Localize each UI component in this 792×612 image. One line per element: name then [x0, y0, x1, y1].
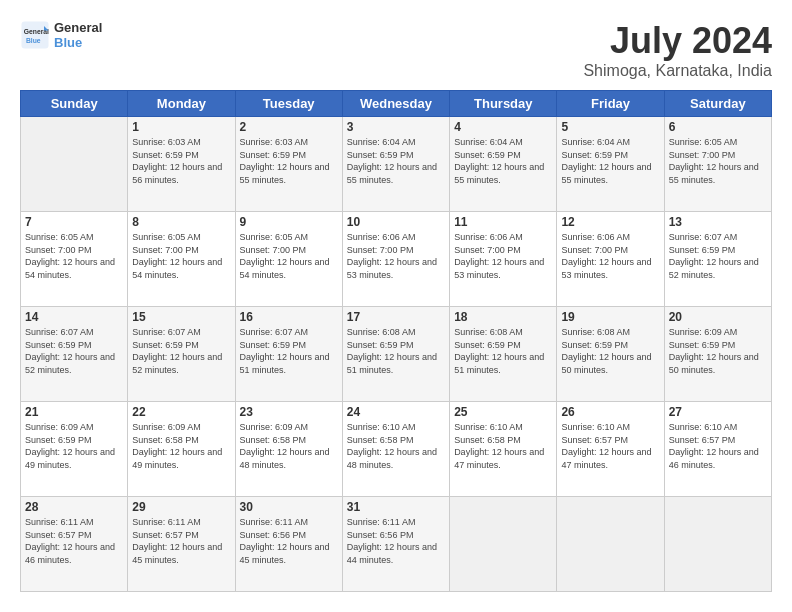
- table-row: 26Sunrise: 6:10 AMSunset: 6:57 PMDayligh…: [557, 402, 664, 497]
- day-info: Sunrise: 6:07 AMSunset: 6:59 PMDaylight:…: [25, 326, 123, 376]
- table-row: 27Sunrise: 6:10 AMSunset: 6:57 PMDayligh…: [664, 402, 771, 497]
- logo-line1: General: [54, 20, 102, 35]
- day-number: 30: [240, 500, 338, 514]
- day-number: 6: [669, 120, 767, 134]
- day-info: Sunrise: 6:03 AMSunset: 6:59 PMDaylight:…: [132, 136, 230, 186]
- col-sunday: Sunday: [21, 91, 128, 117]
- logo: General Blue General Blue: [20, 20, 102, 50]
- header: General Blue General Blue July 2024 Shim…: [20, 20, 772, 80]
- day-number: 15: [132, 310, 230, 324]
- table-row: 22Sunrise: 6:09 AMSunset: 6:58 PMDayligh…: [128, 402, 235, 497]
- table-row: [664, 497, 771, 592]
- day-info: Sunrise: 6:04 AMSunset: 6:59 PMDaylight:…: [454, 136, 552, 186]
- day-info: Sunrise: 6:09 AMSunset: 6:59 PMDaylight:…: [25, 421, 123, 471]
- day-number: 16: [240, 310, 338, 324]
- day-number: 20: [669, 310, 767, 324]
- day-info: Sunrise: 6:07 AMSunset: 6:59 PMDaylight:…: [669, 231, 767, 281]
- day-info: Sunrise: 6:09 AMSunset: 6:59 PMDaylight:…: [669, 326, 767, 376]
- table-row: [21, 117, 128, 212]
- table-row: 13Sunrise: 6:07 AMSunset: 6:59 PMDayligh…: [664, 212, 771, 307]
- col-thursday: Thursday: [450, 91, 557, 117]
- week-row-1: 1Sunrise: 6:03 AMSunset: 6:59 PMDaylight…: [21, 117, 772, 212]
- day-info: Sunrise: 6:10 AMSunset: 6:57 PMDaylight:…: [561, 421, 659, 471]
- table-row: 1Sunrise: 6:03 AMSunset: 6:59 PMDaylight…: [128, 117, 235, 212]
- day-number: 9: [240, 215, 338, 229]
- day-number: 27: [669, 405, 767, 419]
- table-row: [450, 497, 557, 592]
- day-info: Sunrise: 6:06 AMSunset: 7:00 PMDaylight:…: [347, 231, 445, 281]
- table-row: 20Sunrise: 6:09 AMSunset: 6:59 PMDayligh…: [664, 307, 771, 402]
- col-friday: Friday: [557, 91, 664, 117]
- day-info: Sunrise: 6:09 AMSunset: 6:58 PMDaylight:…: [240, 421, 338, 471]
- table-row: 11Sunrise: 6:06 AMSunset: 7:00 PMDayligh…: [450, 212, 557, 307]
- table-row: 23Sunrise: 6:09 AMSunset: 6:58 PMDayligh…: [235, 402, 342, 497]
- day-number: 18: [454, 310, 552, 324]
- day-info: Sunrise: 6:03 AMSunset: 6:59 PMDaylight:…: [240, 136, 338, 186]
- table-row: 31Sunrise: 6:11 AMSunset: 6:56 PMDayligh…: [342, 497, 449, 592]
- table-row: 30Sunrise: 6:11 AMSunset: 6:56 PMDayligh…: [235, 497, 342, 592]
- day-info: Sunrise: 6:05 AMSunset: 7:00 PMDaylight:…: [132, 231, 230, 281]
- day-number: 7: [25, 215, 123, 229]
- day-number: 11: [454, 215, 552, 229]
- main-title: July 2024: [583, 20, 772, 62]
- table-row: 6Sunrise: 6:05 AMSunset: 7:00 PMDaylight…: [664, 117, 771, 212]
- day-info: Sunrise: 6:11 AMSunset: 6:56 PMDaylight:…: [347, 516, 445, 566]
- day-info: Sunrise: 6:11 AMSunset: 6:56 PMDaylight:…: [240, 516, 338, 566]
- table-row: 24Sunrise: 6:10 AMSunset: 6:58 PMDayligh…: [342, 402, 449, 497]
- day-info: Sunrise: 6:08 AMSunset: 6:59 PMDaylight:…: [454, 326, 552, 376]
- table-row: 25Sunrise: 6:10 AMSunset: 6:58 PMDayligh…: [450, 402, 557, 497]
- table-row: 2Sunrise: 6:03 AMSunset: 6:59 PMDaylight…: [235, 117, 342, 212]
- table-row: 9Sunrise: 6:05 AMSunset: 7:00 PMDaylight…: [235, 212, 342, 307]
- table-row: 15Sunrise: 6:07 AMSunset: 6:59 PMDayligh…: [128, 307, 235, 402]
- table-row: 8Sunrise: 6:05 AMSunset: 7:00 PMDaylight…: [128, 212, 235, 307]
- table-row: 21Sunrise: 6:09 AMSunset: 6:59 PMDayligh…: [21, 402, 128, 497]
- day-number: 5: [561, 120, 659, 134]
- day-number: 2: [240, 120, 338, 134]
- table-row: 4Sunrise: 6:04 AMSunset: 6:59 PMDaylight…: [450, 117, 557, 212]
- day-info: Sunrise: 6:04 AMSunset: 6:59 PMDaylight:…: [561, 136, 659, 186]
- day-info: Sunrise: 6:07 AMSunset: 6:59 PMDaylight:…: [240, 326, 338, 376]
- day-number: 3: [347, 120, 445, 134]
- day-number: 10: [347, 215, 445, 229]
- col-wednesday: Wednesday: [342, 91, 449, 117]
- page: General Blue General Blue July 2024 Shim…: [0, 0, 792, 612]
- day-number: 24: [347, 405, 445, 419]
- table-row: 12Sunrise: 6:06 AMSunset: 7:00 PMDayligh…: [557, 212, 664, 307]
- day-number: 21: [25, 405, 123, 419]
- day-number: 8: [132, 215, 230, 229]
- day-number: 28: [25, 500, 123, 514]
- day-info: Sunrise: 6:11 AMSunset: 6:57 PMDaylight:…: [25, 516, 123, 566]
- day-info: Sunrise: 6:11 AMSunset: 6:57 PMDaylight:…: [132, 516, 230, 566]
- svg-rect-0: [22, 22, 49, 49]
- table-row: 10Sunrise: 6:06 AMSunset: 7:00 PMDayligh…: [342, 212, 449, 307]
- table-row: 17Sunrise: 6:08 AMSunset: 6:59 PMDayligh…: [342, 307, 449, 402]
- day-number: 19: [561, 310, 659, 324]
- day-info: Sunrise: 6:08 AMSunset: 6:59 PMDaylight:…: [347, 326, 445, 376]
- day-info: Sunrise: 6:05 AMSunset: 7:00 PMDaylight:…: [25, 231, 123, 281]
- day-number: 4: [454, 120, 552, 134]
- col-saturday: Saturday: [664, 91, 771, 117]
- col-tuesday: Tuesday: [235, 91, 342, 117]
- week-row-3: 14Sunrise: 6:07 AMSunset: 6:59 PMDayligh…: [21, 307, 772, 402]
- day-info: Sunrise: 6:07 AMSunset: 6:59 PMDaylight:…: [132, 326, 230, 376]
- day-number: 29: [132, 500, 230, 514]
- logo-icon: General Blue: [20, 20, 50, 50]
- title-section: July 2024 Shimoga, Karnataka, India: [583, 20, 772, 80]
- table-row: 5Sunrise: 6:04 AMSunset: 6:59 PMDaylight…: [557, 117, 664, 212]
- day-number: 1: [132, 120, 230, 134]
- svg-text:Blue: Blue: [26, 37, 41, 44]
- day-number: 12: [561, 215, 659, 229]
- week-row-2: 7Sunrise: 6:05 AMSunset: 7:00 PMDaylight…: [21, 212, 772, 307]
- logo-line2: Blue: [54, 35, 102, 50]
- table-row: 7Sunrise: 6:05 AMSunset: 7:00 PMDaylight…: [21, 212, 128, 307]
- day-number: 31: [347, 500, 445, 514]
- day-info: Sunrise: 6:05 AMSunset: 7:00 PMDaylight:…: [240, 231, 338, 281]
- day-info: Sunrise: 6:09 AMSunset: 6:58 PMDaylight:…: [132, 421, 230, 471]
- day-info: Sunrise: 6:08 AMSunset: 6:59 PMDaylight:…: [561, 326, 659, 376]
- day-number: 25: [454, 405, 552, 419]
- calendar-table: Sunday Monday Tuesday Wednesday Thursday…: [20, 90, 772, 592]
- table-row: 3Sunrise: 6:04 AMSunset: 6:59 PMDaylight…: [342, 117, 449, 212]
- day-info: Sunrise: 6:10 AMSunset: 6:57 PMDaylight:…: [669, 421, 767, 471]
- day-number: 26: [561, 405, 659, 419]
- table-row: 16Sunrise: 6:07 AMSunset: 6:59 PMDayligh…: [235, 307, 342, 402]
